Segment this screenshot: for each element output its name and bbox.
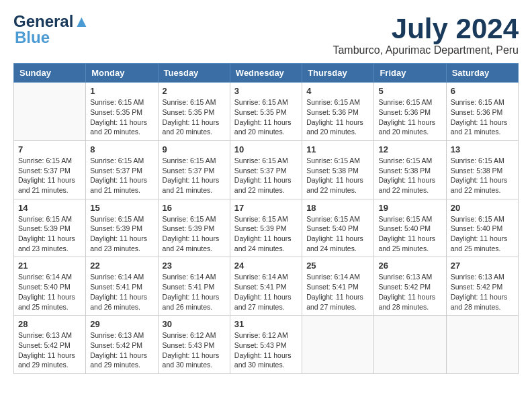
weekday-header: Friday [374, 64, 446, 83]
calendar-day-cell: 10Sunrise: 6:15 AM Sunset: 5:37 PM Dayli… [230, 140, 302, 199]
calendar-day-cell: 18Sunrise: 6:15 AM Sunset: 5:40 PM Dayli… [302, 199, 374, 257]
weekday-header: Wednesday [230, 64, 302, 83]
day-number: 1 [90, 86, 153, 96]
day-info: Sunrise: 6:15 AM Sunset: 5:36 PM Dayligh… [306, 97, 369, 137]
calendar-day-cell: 16Sunrise: 6:15 AM Sunset: 5:39 PM Dayli… [158, 199, 230, 257]
weekday-header: Sunday [14, 64, 86, 83]
calendar-day-cell: 2Sunrise: 6:15 AM Sunset: 5:35 PM Daylig… [158, 83, 230, 141]
day-number: 30 [163, 319, 226, 329]
logo-subtext: Blue [15, 30, 50, 46]
day-number: 22 [90, 261, 153, 271]
calendar-day-cell: 9Sunrise: 6:15 AM Sunset: 5:37 PM Daylig… [158, 140, 230, 199]
day-info: Sunrise: 6:15 AM Sunset: 5:40 PM Dayligh… [378, 214, 441, 254]
day-info: Sunrise: 6:15 AM Sunset: 5:37 PM Dayligh… [234, 156, 298, 195]
calendar-day-cell [446, 316, 518, 374]
calendar-day-cell: 12Sunrise: 6:15 AM Sunset: 5:38 PM Dayli… [374, 140, 446, 199]
day-info: Sunrise: 6:15 AM Sunset: 5:38 PM Dayligh… [306, 156, 369, 195]
calendar-day-cell: 6Sunrise: 6:15 AM Sunset: 5:36 PM Daylig… [446, 83, 518, 141]
day-number: 14 [18, 203, 81, 213]
calendar-day-cell: 31Sunrise: 6:12 AM Sunset: 5:43 PM Dayli… [230, 316, 302, 374]
calendar-week-row: 1Sunrise: 6:15 AM Sunset: 5:35 PM Daylig… [14, 83, 519, 141]
day-number: 19 [378, 203, 441, 213]
day-number: 13 [451, 144, 514, 154]
day-info: Sunrise: 6:13 AM Sunset: 5:42 PM Dayligh… [378, 272, 441, 312]
calendar-day-cell: 29Sunrise: 6:13 AM Sunset: 5:42 PM Dayli… [86, 316, 158, 374]
day-number: 27 [451, 261, 514, 271]
day-info: Sunrise: 6:14 AM Sunset: 5:41 PM Dayligh… [90, 272, 153, 312]
calendar-week-row: 21Sunrise: 6:14 AM Sunset: 5:40 PM Dayli… [14, 257, 519, 316]
calendar-day-cell: 11Sunrise: 6:15 AM Sunset: 5:38 PM Dayli… [302, 140, 374, 199]
weekday-header: Saturday [446, 64, 518, 83]
weekday-header: Monday [86, 64, 158, 83]
day-info: Sunrise: 6:15 AM Sunset: 5:38 PM Dayligh… [378, 156, 441, 195]
day-info: Sunrise: 6:15 AM Sunset: 5:38 PM Dayligh… [451, 156, 514, 195]
day-number: 21 [18, 261, 81, 271]
day-info: Sunrise: 6:15 AM Sunset: 5:37 PM Dayligh… [90, 156, 153, 195]
day-number: 15 [90, 203, 153, 213]
day-info: Sunrise: 6:13 AM Sunset: 5:42 PM Dayligh… [451, 272, 514, 312]
day-number: 17 [234, 203, 298, 213]
weekday-header-row: SundayMondayTuesdayWednesdayThursdayFrid… [14, 64, 519, 83]
calendar-day-cell: 24Sunrise: 6:14 AM Sunset: 5:41 PM Dayli… [230, 257, 302, 316]
calendar-day-cell: 20Sunrise: 6:15 AM Sunset: 5:40 PM Dayli… [446, 199, 518, 257]
day-info: Sunrise: 6:14 AM Sunset: 5:41 PM Dayligh… [306, 272, 369, 312]
day-info: Sunrise: 6:15 AM Sunset: 5:39 PM Dayligh… [163, 214, 226, 254]
day-number: 24 [234, 261, 298, 271]
day-number: 26 [378, 261, 441, 271]
day-number: 25 [306, 261, 369, 271]
calendar-day-cell: 1Sunrise: 6:15 AM Sunset: 5:35 PM Daylig… [86, 83, 158, 141]
day-number: 5 [378, 86, 441, 96]
weekday-header: Thursday [302, 64, 374, 83]
calendar-day-cell: 15Sunrise: 6:15 AM Sunset: 5:39 PM Dayli… [86, 199, 158, 257]
day-info: Sunrise: 6:15 AM Sunset: 5:39 PM Dayligh… [90, 214, 153, 254]
calendar-day-cell: 19Sunrise: 6:15 AM Sunset: 5:40 PM Dayli… [374, 199, 446, 257]
day-number: 4 [306, 86, 369, 96]
day-info: Sunrise: 6:15 AM Sunset: 5:40 PM Dayligh… [306, 214, 369, 254]
day-number: 16 [163, 203, 226, 213]
day-number: 29 [90, 319, 153, 329]
title-area: July 2024 Tamburco, Apurimac Department,… [332, 13, 519, 56]
day-info: Sunrise: 6:13 AM Sunset: 5:42 PM Dayligh… [90, 330, 153, 370]
calendar-day-cell: 17Sunrise: 6:15 AM Sunset: 5:39 PM Dayli… [230, 199, 302, 257]
logo: General▲ Blue [13, 13, 89, 46]
day-info: Sunrise: 6:14 AM Sunset: 5:41 PM Dayligh… [163, 272, 226, 312]
calendar-week-row: 28Sunrise: 6:13 AM Sunset: 5:42 PM Dayli… [14, 316, 519, 374]
day-number: 18 [306, 203, 369, 213]
day-info: Sunrise: 6:13 AM Sunset: 5:42 PM Dayligh… [18, 330, 81, 370]
weekday-header: Tuesday [158, 64, 230, 83]
day-info: Sunrise: 6:12 AM Sunset: 5:43 PM Dayligh… [163, 330, 226, 370]
day-number: 10 [234, 144, 298, 154]
day-info: Sunrise: 6:15 AM Sunset: 5:35 PM Dayligh… [163, 97, 226, 137]
day-info: Sunrise: 6:14 AM Sunset: 5:40 PM Dayligh… [18, 272, 81, 312]
calendar-week-row: 7Sunrise: 6:15 AM Sunset: 5:37 PM Daylig… [14, 140, 519, 199]
calendar-day-cell: 30Sunrise: 6:12 AM Sunset: 5:43 PM Dayli… [158, 316, 230, 374]
calendar-day-cell: 25Sunrise: 6:14 AM Sunset: 5:41 PM Dayli… [302, 257, 374, 316]
day-info: Sunrise: 6:15 AM Sunset: 5:36 PM Dayligh… [451, 97, 514, 137]
calendar-day-cell: 7Sunrise: 6:15 AM Sunset: 5:37 PM Daylig… [14, 140, 86, 199]
calendar-day-cell: 22Sunrise: 6:14 AM Sunset: 5:41 PM Dayli… [86, 257, 158, 316]
day-info: Sunrise: 6:15 AM Sunset: 5:40 PM Dayligh… [451, 214, 514, 254]
day-info: Sunrise: 6:14 AM Sunset: 5:41 PM Dayligh… [234, 272, 298, 312]
calendar-day-cell [302, 316, 374, 374]
day-number: 23 [163, 261, 226, 271]
day-info: Sunrise: 6:15 AM Sunset: 5:39 PM Dayligh… [234, 214, 298, 254]
calendar-day-cell: 13Sunrise: 6:15 AM Sunset: 5:38 PM Dayli… [446, 140, 518, 199]
calendar-day-cell: 8Sunrise: 6:15 AM Sunset: 5:37 PM Daylig… [86, 140, 158, 199]
day-info: Sunrise: 6:15 AM Sunset: 5:39 PM Dayligh… [18, 214, 81, 254]
calendar-day-cell [14, 83, 86, 141]
calendar-day-cell: 23Sunrise: 6:14 AM Sunset: 5:41 PM Dayli… [158, 257, 230, 316]
calendar-day-cell: 5Sunrise: 6:15 AM Sunset: 5:36 PM Daylig… [374, 83, 446, 141]
day-number: 3 [234, 86, 298, 96]
day-number: 8 [90, 144, 153, 154]
calendar-week-row: 14Sunrise: 6:15 AM Sunset: 5:39 PM Dayli… [14, 199, 519, 257]
header: General▲ Blue July 2024 Tamburco, Apurim… [13, 13, 519, 56]
day-info: Sunrise: 6:12 AM Sunset: 5:43 PM Dayligh… [234, 330, 298, 370]
month-title: July 2024 [332, 13, 519, 44]
calendar-day-cell [374, 316, 446, 374]
calendar-day-cell: 4Sunrise: 6:15 AM Sunset: 5:36 PM Daylig… [302, 83, 374, 141]
day-number: 20 [451, 203, 514, 213]
day-number: 2 [163, 86, 226, 96]
location-subtitle: Tamburco, Apurimac Department, Peru [332, 44, 519, 56]
calendar-day-cell: 14Sunrise: 6:15 AM Sunset: 5:39 PM Dayli… [14, 199, 86, 257]
calendar-table: SundayMondayTuesdayWednesdayThursdayFrid… [13, 63, 519, 374]
